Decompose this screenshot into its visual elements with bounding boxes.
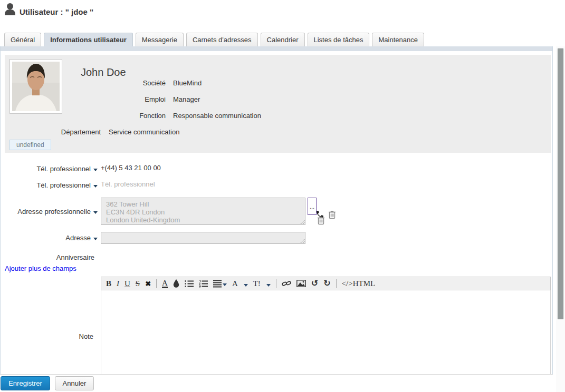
delete-address-button[interactable] bbox=[317, 215, 325, 225]
undo-button[interactable]: ↺ bbox=[311, 279, 318, 288]
chevron-down-icon bbox=[244, 284, 248, 287]
chevron-down-icon bbox=[93, 211, 98, 214]
toolbar-separator bbox=[156, 279, 157, 288]
tab-maintenance[interactable]: Maintenance bbox=[372, 33, 424, 46]
tab-bar: Général Informations utilisateur Message… bbox=[4, 33, 424, 46]
toolbar-separator bbox=[276, 279, 276, 288]
phone1-type-dropdown[interactable]: Tél. professionnel bbox=[1, 165, 98, 173]
field-label-fonction: Fonction bbox=[5, 112, 166, 120]
insert-image-button[interactable] bbox=[296, 280, 306, 287]
insert-link-button[interactable] bbox=[282, 280, 291, 287]
note-label: Note bbox=[1, 332, 93, 340]
font-color-button[interactable]: A bbox=[162, 279, 168, 288]
tab-listes-de-taches[interactable]: Listes de tâches bbox=[308, 33, 370, 46]
field-value-fonction: Responsable communication bbox=[173, 112, 261, 120]
link-icon bbox=[282, 280, 291, 287]
address1-textarea[interactable]: 362 Tower Hill EC3N 4DR London London Un… bbox=[101, 198, 305, 225]
user-edit-page: Utilisateur : " jdoe " Général Informati… bbox=[0, 0, 565, 392]
field-label-departement: Département bbox=[5, 128, 101, 136]
field-value-departement: Service communication bbox=[109, 128, 179, 136]
field-label-emploi: Emploi bbox=[5, 95, 166, 103]
birthday-label: Anniversaire bbox=[1, 253, 94, 261]
unordered-list-button[interactable] bbox=[185, 280, 194, 288]
trash-icon bbox=[328, 210, 337, 219]
redo-button[interactable]: ↻ bbox=[323, 279, 330, 288]
page-title: Utilisateur : " jdoe " bbox=[20, 7, 93, 17]
undefined-badge: undefined bbox=[9, 140, 51, 150]
panel-top-strip bbox=[1, 46, 552, 51]
bullet-list-icon bbox=[185, 280, 194, 288]
scrollbar-thumb[interactable] bbox=[558, 48, 563, 319]
trash-icon bbox=[317, 215, 325, 225]
html-source-button[interactable]: </>HTML bbox=[342, 279, 376, 288]
toolbar-separator bbox=[336, 279, 337, 288]
contact-name: John Doe bbox=[81, 66, 126, 79]
phone2-type-label: Tél. professionnel bbox=[36, 181, 91, 189]
chevron-down-icon bbox=[266, 284, 271, 287]
image-icon bbox=[296, 280, 306, 287]
cancel-button[interactable]: Annuler bbox=[55, 376, 94, 390]
tab-carnets-adresses[interactable]: Carnets d'adresses bbox=[186, 33, 258, 46]
phone1-type-label: Tél. professionnel bbox=[36, 165, 91, 173]
chevron-down-icon bbox=[93, 169, 98, 171]
droplet-icon bbox=[173, 279, 179, 288]
note-editor: B I U S ✖ A bbox=[101, 277, 551, 375]
add-more-fields-link[interactable]: Ajouter plus de champs bbox=[5, 264, 76, 272]
field-label-societe: Société bbox=[5, 79, 166, 87]
address1-expand-button[interactable]: ... bbox=[308, 198, 317, 215]
align-button[interactable] bbox=[213, 280, 227, 288]
tab-general[interactable]: Général bbox=[4, 33, 41, 46]
vertical-scrollbar[interactable] bbox=[556, 46, 565, 392]
phone1-input[interactable] bbox=[101, 164, 259, 172]
chevron-down-icon bbox=[93, 185, 98, 188]
delete-phone-button[interactable] bbox=[328, 210, 337, 219]
phone2-input[interactable] bbox=[101, 180, 259, 188]
chevron-down-icon bbox=[223, 283, 227, 286]
address2-type-label: Adresse bbox=[65, 234, 91, 242]
font-family-button[interactable]: A bbox=[232, 279, 248, 288]
user-icon bbox=[4, 3, 16, 17]
save-button[interactable]: Enregistrer bbox=[1, 376, 50, 390]
highlight-color-button[interactable] bbox=[173, 279, 179, 288]
address2-type-dropdown[interactable]: Adresse bbox=[1, 234, 98, 242]
tab-calendrier[interactable]: Calendrier bbox=[261, 33, 305, 46]
underline-button[interactable]: U bbox=[125, 279, 130, 288]
align-icon bbox=[213, 280, 222, 288]
address2-textarea[interactable] bbox=[101, 232, 305, 244]
note-content-area[interactable] bbox=[101, 290, 551, 375]
page-header: Utilisateur : " jdoe " bbox=[4, 3, 93, 17]
contact-card: John Doe Société BlueMind Emploi Manager… bbox=[5, 55, 551, 153]
tab-content-panel: John Doe Société BlueMind Emploi Manager… bbox=[0, 46, 553, 375]
bold-button[interactable]: B bbox=[106, 279, 111, 288]
italic-button[interactable]: I bbox=[117, 279, 119, 288]
remove-format-button[interactable]: ✖ bbox=[145, 280, 151, 288]
numbered-list-icon bbox=[199, 280, 208, 288]
tab-messagerie[interactable]: Messagerie bbox=[136, 33, 184, 46]
note-editor-toolbar: B I U S ✖ A bbox=[101, 277, 551, 290]
strikethrough-button[interactable]: S bbox=[136, 279, 140, 288]
field-value-emploi: Manager bbox=[173, 95, 200, 103]
ordered-list-button[interactable] bbox=[199, 280, 208, 288]
address1-type-dropdown[interactable]: Adresse professionnelle bbox=[1, 208, 98, 215]
address1-type-label: Adresse professionnelle bbox=[17, 208, 91, 215]
phone2-type-dropdown[interactable]: Tél. professionnel bbox=[1, 181, 98, 189]
field-value-societe: BlueMind bbox=[173, 79, 202, 87]
font-size-button[interactable]: T! bbox=[253, 279, 271, 288]
chevron-down-icon bbox=[93, 238, 98, 240]
tab-informations-utilisateur[interactable]: Informations utilisateur bbox=[44, 33, 132, 46]
